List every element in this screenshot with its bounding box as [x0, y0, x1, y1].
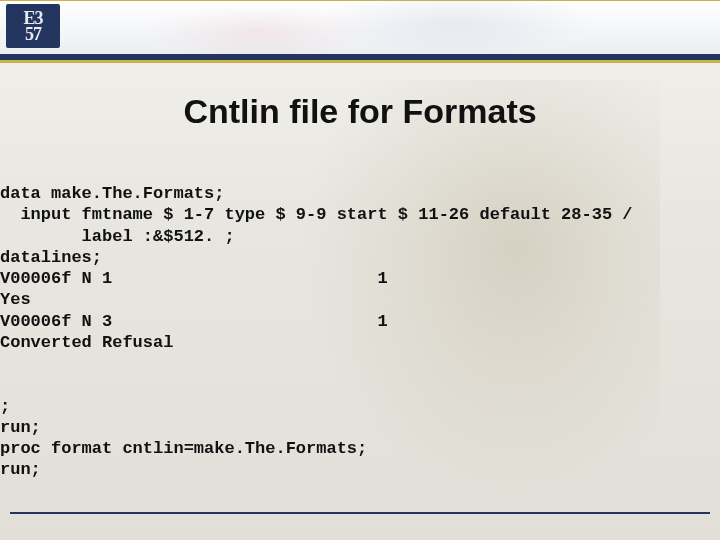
logo-text: E3 57: [23, 10, 42, 42]
footer-rule: [10, 512, 710, 514]
code-block: data make.The.Formats; input fmtname $ 1…: [0, 183, 700, 481]
header-bar: E3 57: [0, 0, 720, 60]
slide: E3 57 Cntlin file for Formats data make.…: [0, 0, 720, 540]
logo-bottom: 57: [25, 26, 41, 42]
logo-badge: E3 57: [6, 4, 60, 48]
header-flag-wash: [60, 0, 720, 54]
slide-title: Cntlin file for Formats: [0, 92, 720, 131]
